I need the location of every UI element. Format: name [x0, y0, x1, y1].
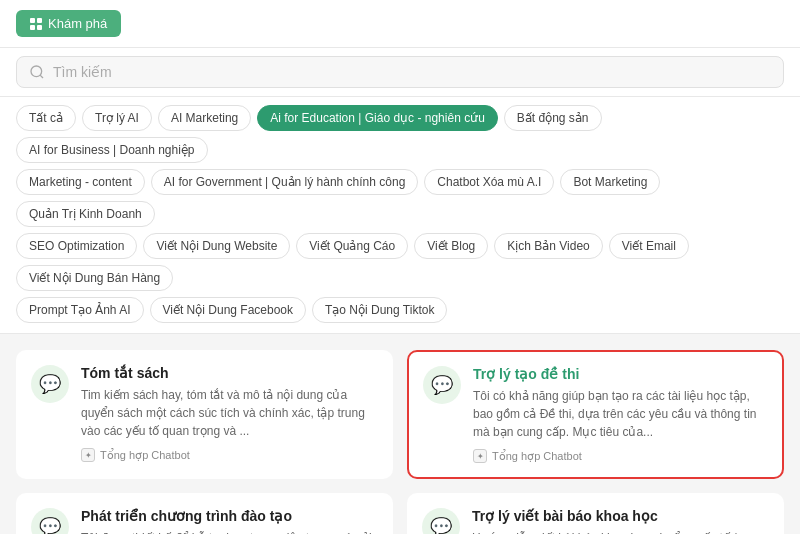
- card-desc-tro-ly-viet-bai-bao: Hướng dẫn viết bài báo khoa học chuẩn qu…: [472, 529, 769, 534]
- search-input-wrap: [16, 56, 784, 88]
- card-meta-icon-tom-tat-sach: ✦: [81, 448, 95, 462]
- card-meta-label-tom-tat-sach: Tổng hợp Chatbot: [100, 449, 190, 462]
- card-body-tro-ly-tao-de-thi: Trợ lý tạo đề thi Tôi có khả năng giúp b…: [473, 366, 768, 463]
- tab-chip-prompt-tao-anh[interactable]: Prompt Tạo Ảnh AI: [16, 297, 144, 323]
- tab-chip-ai-education[interactable]: Ai for Education | Giáo dục - nghiên cứu: [257, 105, 498, 131]
- card-meta-tom-tat-sach: ✦ Tổng hợp Chatbot: [81, 448, 378, 462]
- card-desc-tom-tat-sach: Tim kiếm sách hay, tóm tắt và mô tả nội …: [81, 386, 378, 440]
- grid-icon: [30, 18, 42, 30]
- card-meta-icon-tro-ly-tao-de-thi: ✦: [473, 449, 487, 463]
- card-desc-phat-trien-chuong-trinh: Tôi được thiết kế để hỗ trợ bạn trong vi…: [81, 529, 378, 534]
- card-title-tro-ly-viet-bai-bao: Trợ lý viết bài báo khoa học: [472, 508, 769, 524]
- card-body-tro-ly-viet-bai-bao: Trợ lý viết bài báo khoa học Hướng dẫn v…: [472, 508, 769, 534]
- card-body-phat-trien-chuong-trinh: Phát triển chương trình đào tạo Tôi được…: [81, 508, 378, 534]
- tab-row-4: Prompt Tạo Ảnh AIViết Nội Dung FacebookT…: [16, 297, 784, 323]
- card-title-tom-tat-sach: Tóm tắt sách: [81, 365, 378, 381]
- explore-button[interactable]: Khám phá: [16, 10, 121, 37]
- tab-chip-ai-business[interactable]: AI for Business | Doanh nghiệp: [16, 137, 208, 163]
- tab-chip-bat-dong-san[interactable]: Bất động sản: [504, 105, 602, 131]
- tab-chip-ai-marketing[interactable]: AI Marketing: [158, 105, 251, 131]
- search-icon: [29, 64, 45, 80]
- card-tro-ly-tao-de-thi[interactable]: 💬 Trợ lý tạo đề thi Tôi có khả năng giúp…: [407, 350, 784, 479]
- card-tom-tat-sach[interactable]: 💬 Tóm tắt sách Tim kiếm sách hay, tóm tắ…: [16, 350, 393, 479]
- card-tro-ly-viet-bai-bao[interactable]: 💬 Trợ lý viết bài báo khoa học Hướng dẫn…: [407, 493, 784, 534]
- svg-line-1: [40, 75, 43, 78]
- top-bar: Khám phá: [0, 0, 800, 48]
- tab-chip-tao-noi-dung-tiktok[interactable]: Tạo Nội Dung Tiktok: [312, 297, 447, 323]
- card-meta-tro-ly-tao-de-thi: ✦ Tổng hợp Chatbot: [473, 449, 768, 463]
- search-bar: [0, 48, 800, 97]
- tab-row-1: Tất cảTrợ lý AIAI MarketingAi for Educat…: [16, 105, 784, 163]
- tab-chip-tro-ly-ai[interactable]: Trợ lý AI: [82, 105, 152, 131]
- tab-chip-viet-noi-dung-facebook[interactable]: Viết Nội Dung Facebook: [150, 297, 307, 323]
- card-icon-phat-trien-chuong-trinh: 💬: [31, 508, 69, 534]
- card-icon-tom-tat-sach: 💬: [31, 365, 69, 403]
- tab-chip-bot-marketing[interactable]: Bot Marketing: [560, 169, 660, 195]
- card-body-tom-tat-sach: Tóm tắt sách Tim kiếm sách hay, tóm tắt …: [81, 365, 378, 464]
- filter-tabs: Tất cảTrợ lý AIAI MarketingAi for Educat…: [0, 97, 800, 334]
- card-title-tro-ly-tao-de-thi: Trợ lý tạo đề thi: [473, 366, 768, 382]
- tab-chip-kich-ban-video[interactable]: Kịch Bản Video: [494, 233, 603, 259]
- svg-point-0: [31, 66, 42, 77]
- tab-chip-viet-email[interactable]: Viết Email: [609, 233, 689, 259]
- tab-chip-viet-noi-dung-ban-hang[interactable]: Viết Nội Dung Bán Hàng: [16, 265, 173, 291]
- tab-chip-viet-quang-cao[interactable]: Viết Quảng Cáo: [296, 233, 408, 259]
- tab-row-3: SEO OptimizationViết Nội Dung WebsiteViế…: [16, 233, 784, 291]
- tab-chip-viet-blog[interactable]: Viết Blog: [414, 233, 488, 259]
- card-title-phat-trien-chuong-trinh: Phát triển chương trình đào tạo: [81, 508, 378, 524]
- explore-label: Khám phá: [48, 16, 107, 31]
- tab-row-2: Marketing - contentAI for Government | Q…: [16, 169, 784, 227]
- card-phat-trien-chuong-trinh[interactable]: 💬 Phát triển chương trình đào tạo Tôi đư…: [16, 493, 393, 534]
- card-icon-tro-ly-tao-de-thi: 💬: [423, 366, 461, 404]
- tab-chip-marketing-content[interactable]: Marketing - content: [16, 169, 145, 195]
- tab-chip-all[interactable]: Tất cả: [16, 105, 76, 131]
- search-input[interactable]: [53, 64, 771, 80]
- card-desc-tro-ly-tao-de-thi: Tôi có khả năng giúp bạn tạo ra các tài …: [473, 387, 768, 441]
- tab-chip-ai-government[interactable]: AI for Government | Quản lý hành chính c…: [151, 169, 419, 195]
- card-icon-tro-ly-viet-bai-bao: 💬: [422, 508, 460, 534]
- tab-chip-seo[interactable]: SEO Optimization: [16, 233, 137, 259]
- main-content: 💬 Tóm tắt sách Tim kiếm sách hay, tóm tắ…: [0, 334, 800, 534]
- tab-chip-viet-noi-dung-website[interactable]: Viết Nội Dung Website: [143, 233, 290, 259]
- tab-chip-chatbot-xoa-mu[interactable]: Chatbot Xóa mù A.I: [424, 169, 554, 195]
- card-meta-label-tro-ly-tao-de-thi: Tổng hợp Chatbot: [492, 450, 582, 463]
- tab-chip-quan-tri-kinh-doanh[interactable]: Quản Trị Kinh Doanh: [16, 201, 155, 227]
